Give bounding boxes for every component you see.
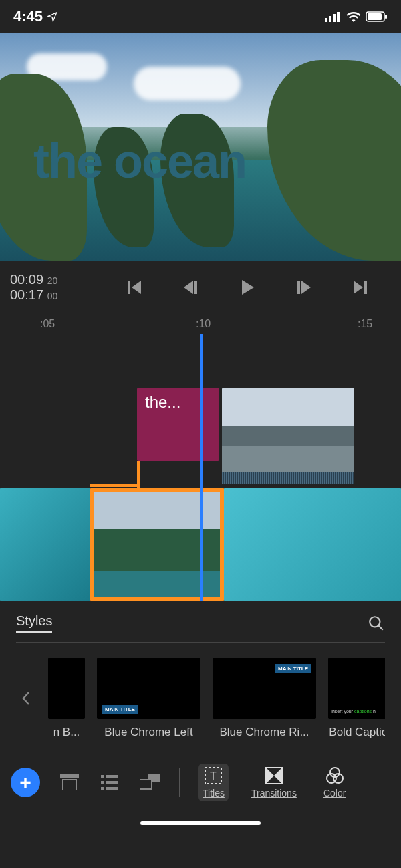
tab-titles[interactable]: T Titles xyxy=(198,764,229,801)
layers-icon[interactable] xyxy=(139,772,160,793)
status-bar: 4:45 xyxy=(0,0,401,33)
style-item[interactable]: n B... xyxy=(48,658,85,739)
toolbar-divider xyxy=(179,768,180,797)
tab-transitions[interactable]: Transitions xyxy=(247,764,301,801)
style-item[interactable]: Insert your captions h Bold Caption xyxy=(328,658,385,739)
svg-text:T: T xyxy=(211,770,217,782)
color-icon xyxy=(325,766,344,785)
tab-color[interactable]: Color xyxy=(319,764,350,801)
style-item[interactable]: MAIN TITLE Blue Chrome Ri... xyxy=(213,658,316,739)
timecode-display: 00:09 20 00:17 00 xyxy=(7,272,94,303)
timeline[interactable]: the... xyxy=(0,334,401,601)
ruler-tick: :05 xyxy=(40,318,55,330)
video-clip-upper[interactable] xyxy=(222,388,354,484)
title-clip-label: the... xyxy=(145,393,180,411)
clip-connector xyxy=(137,461,140,488)
title-clip[interactable]: the... xyxy=(137,388,219,461)
skip-back-button[interactable] xyxy=(122,274,148,301)
styles-list[interactable]: n B... MAIN TITLE Blue Chrome Left MAIN … xyxy=(16,643,385,746)
svg-rect-22 xyxy=(140,780,152,789)
svg-rect-20 xyxy=(106,787,118,790)
transitions-icon xyxy=(265,766,283,785)
styles-back-button[interactable] xyxy=(16,688,36,708)
svg-rect-5 xyxy=(368,13,382,20)
ruler-tick: :15 xyxy=(358,318,372,330)
list-icon[interactable] xyxy=(99,772,120,793)
svg-rect-19 xyxy=(101,787,104,790)
svg-rect-2 xyxy=(333,14,336,22)
styles-panel: Styles n B... MAIN TITLE Blue Chrome Lef… xyxy=(0,601,401,752)
skip-forward-button[interactable] xyxy=(346,274,373,301)
svg-rect-3 xyxy=(337,12,340,22)
video-clip-selected[interactable] xyxy=(90,488,224,601)
project-icon[interactable] xyxy=(59,772,80,793)
svg-rect-16 xyxy=(106,775,118,778)
svg-rect-7 xyxy=(128,281,130,294)
style-item[interactable]: MAIN TITLE Blue Chrome Left xyxy=(97,658,200,739)
style-label: Blue Chrome Ri... xyxy=(213,726,316,739)
search-icon[interactable] xyxy=(368,615,385,632)
svg-rect-13 xyxy=(60,774,79,778)
video-clip-left[interactable] xyxy=(0,488,90,601)
svg-rect-15 xyxy=(101,775,104,778)
svg-rect-17 xyxy=(101,781,104,784)
tab-label: Transitions xyxy=(251,788,297,799)
video-clip-right[interactable] xyxy=(224,488,401,601)
svg-rect-18 xyxy=(106,781,118,784)
play-button[interactable] xyxy=(234,274,261,301)
svg-rect-10 xyxy=(364,281,367,294)
step-forward-button[interactable] xyxy=(290,274,317,301)
tab-label: Titles xyxy=(203,788,225,799)
status-icons xyxy=(325,11,388,22)
style-label: Bold Caption xyxy=(328,726,385,739)
style-label: Blue Chrome Left xyxy=(97,726,200,739)
svg-line-12 xyxy=(378,625,383,630)
battery-icon xyxy=(366,11,388,22)
add-button[interactable]: + xyxy=(11,768,40,797)
timeline-ruler[interactable]: :05 :10 :15 xyxy=(0,314,401,334)
styles-header-label[interactable]: Styles xyxy=(16,613,52,633)
home-indicator[interactable] xyxy=(0,813,401,833)
title-overlay-text: the ocean xyxy=(33,134,246,188)
cellular-icon xyxy=(325,11,341,22)
svg-point-11 xyxy=(370,617,380,627)
svg-rect-9 xyxy=(297,281,300,294)
tab-label: Color xyxy=(323,788,346,799)
step-back-button[interactable] xyxy=(178,274,205,301)
video-preview[interactable]: the ocean xyxy=(0,33,401,261)
ruler-tick: :10 xyxy=(196,318,211,330)
bottom-toolbar: + T Titles Transitions Color xyxy=(0,752,401,813)
svg-rect-1 xyxy=(329,16,331,22)
svg-rect-8 xyxy=(194,281,197,294)
style-label: n B... xyxy=(48,726,85,739)
total-timecode: 00:17 00 xyxy=(10,287,94,303)
playhead[interactable] xyxy=(200,334,203,601)
titles-icon: T xyxy=(204,766,223,785)
location-icon xyxy=(47,11,57,22)
svg-rect-14 xyxy=(63,780,76,790)
svg-rect-6 xyxy=(385,15,387,19)
clock-text: 4:45 xyxy=(13,8,43,25)
current-timecode: 00:09 20 xyxy=(10,272,94,287)
wifi-icon xyxy=(346,11,361,22)
status-time: 4:45 xyxy=(13,8,57,25)
playback-controls: 00:09 20 00:17 00 xyxy=(0,261,401,314)
svg-rect-0 xyxy=(325,18,327,22)
